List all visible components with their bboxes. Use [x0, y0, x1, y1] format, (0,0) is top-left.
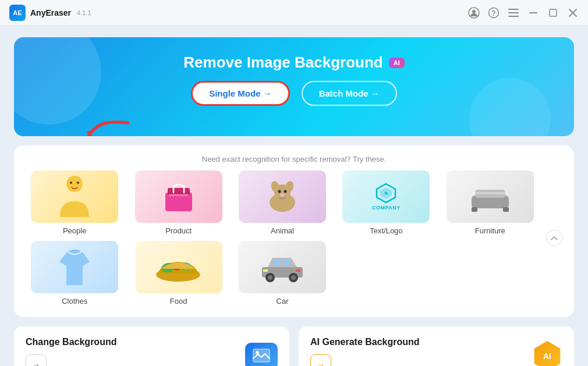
category-furniture-label: Furniture	[475, 226, 505, 235]
svg-point-24	[280, 193, 285, 197]
change-background-button[interactable]: →	[26, 354, 47, 366]
change-background-icon	[245, 343, 278, 366]
category-people-thumb	[31, 170, 118, 223]
app-logo: AE	[9, 5, 26, 21]
minimize-icon[interactable]	[527, 7, 539, 19]
svg-marker-11	[86, 130, 93, 136]
maximize-icon[interactable]	[547, 7, 559, 19]
help-icon[interactable]: ?	[488, 7, 500, 19]
ai-generate-title: AI Generate Background	[310, 337, 420, 347]
svg-point-12	[66, 176, 83, 192]
app-name: AnyEraser	[30, 8, 71, 17]
close-icon[interactable]	[567, 7, 579, 19]
svg-point-13	[70, 182, 72, 184]
category-product-label: Product	[165, 226, 192, 235]
menu-icon[interactable]	[508, 7, 519, 19]
ai-generate-badge: AI	[532, 341, 562, 366]
svg-text:✦: ✦	[384, 190, 389, 197]
scroll-up-button[interactable]	[546, 230, 562, 246]
svg-rect-45	[296, 269, 300, 272]
svg-rect-38	[274, 259, 281, 266]
category-product-thumb	[135, 170, 222, 223]
titlebar: AE AnyEraser 4.1.1 ?	[0, 0, 588, 26]
app-version: 4.1.1	[77, 9, 91, 16]
categories-section: Need exact recognition for specific remo…	[14, 145, 574, 317]
category-people[interactable]: People	[26, 170, 123, 235]
main-content: Remove Image Background AI Single Mode →…	[0, 26, 588, 366]
ai-generate-card: AI Generate Background → AI	[299, 326, 574, 366]
svg-rect-39	[283, 259, 290, 266]
profile-icon[interactable]	[468, 7, 480, 19]
category-textlogo[interactable]: ✦ COMPANY Text/Logo	[337, 170, 435, 235]
category-people-label: People	[63, 226, 86, 235]
ai-badge: AI	[389, 58, 405, 68]
svg-rect-5	[508, 12, 519, 13]
category-animal[interactable]: Animal	[233, 170, 331, 235]
svg-rect-7	[529, 12, 537, 13]
categories-grid: People Product	[26, 170, 562, 305]
svg-point-22	[278, 190, 281, 193]
svg-rect-44	[263, 269, 268, 272]
category-food-label: Food	[170, 297, 187, 305]
category-clothes[interactable]: Clothes	[26, 241, 123, 305]
batch-mode-button[interactable]: Batch Mode →	[302, 81, 397, 106]
category-animal-thumb	[239, 170, 326, 223]
category-clothes-thumb	[31, 241, 118, 293]
categories-hint: Need exact recognition for specific remo…	[26, 155, 562, 164]
svg-rect-17	[169, 194, 189, 196]
hero-banner: Remove Image Background AI Single Mode →…	[14, 37, 574, 136]
category-food-thumb	[135, 241, 222, 293]
titlebar-right: ?	[468, 7, 579, 19]
category-animal-label: Animal	[271, 226, 294, 235]
svg-rect-6	[508, 16, 519, 17]
change-background-card: Change Background →	[14, 326, 289, 366]
category-car-label: Car	[277, 297, 289, 305]
svg-rect-30	[472, 207, 477, 212]
bottom-cards: Change Background → AI Generate Backgrou…	[14, 326, 574, 366]
category-car-thumb	[239, 241, 326, 293]
svg-text:?: ?	[491, 9, 495, 17]
category-furniture[interactable]: Furniture	[441, 170, 539, 235]
titlebar-left: AE AnyEraser 4.1.1	[9, 5, 91, 21]
svg-point-1	[472, 10, 476, 13]
ai-generate-button[interactable]: →	[310, 354, 331, 366]
category-textlogo-thumb: ✦ COMPANY	[342, 170, 430, 223]
hero-buttons: Single Mode → Batch Mode →	[191, 81, 397, 106]
svg-point-14	[77, 182, 79, 184]
svg-rect-31	[503, 207, 509, 212]
single-mode-button[interactable]: Single Mode →	[191, 81, 290, 106]
svg-point-41	[268, 275, 272, 280]
arrow-indicator	[84, 112, 130, 136]
svg-point-23	[284, 190, 287, 193]
category-product[interactable]: Product	[129, 170, 227, 235]
svg-point-43	[291, 275, 296, 280]
category-clothes-label: Clothes	[62, 297, 87, 305]
svg-rect-32	[473, 192, 508, 194]
category-textlogo-label: Text/Logo	[370, 226, 402, 235]
hero-title: Remove Image Background AI	[183, 54, 404, 72]
change-background-title: Change Background	[26, 337, 116, 347]
svg-rect-4	[508, 9, 519, 10]
categories-list: People Product	[26, 170, 539, 305]
category-car[interactable]: Car	[233, 241, 331, 305]
svg-point-47	[256, 351, 259, 354]
category-furniture-thumb	[447, 170, 534, 223]
category-food[interactable]: Food	[129, 241, 227, 305]
svg-rect-8	[550, 9, 557, 16]
